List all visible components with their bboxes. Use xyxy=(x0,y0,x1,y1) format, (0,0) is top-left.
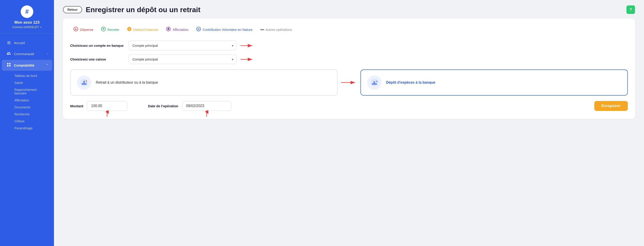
svg-rect-25 xyxy=(372,83,377,84)
depense-icon xyxy=(73,26,78,32)
date-input[interactable] xyxy=(182,101,232,111)
retrait-label: Retrait à un distributeur ou à la banque xyxy=(96,80,158,84)
op-card-retrait[interactable]: $ Retrait à un distributeur ou à la banq… xyxy=(70,70,338,96)
sidebar-navigation: ⊞ Accueil Communauté › Comptabilité ˅ Ta… xyxy=(0,34,54,246)
user-info[interactable]: Corinne DARDELET ▾ xyxy=(12,26,42,29)
autres-icon: ••• xyxy=(260,27,264,32)
sidebar-item-label: Comptabilité xyxy=(14,64,34,67)
caisse-arrow-indicator xyxy=(240,57,254,62)
date-label: Date de l'opération xyxy=(148,104,178,108)
sub-item-saisie[interactable]: Saisie xyxy=(12,80,52,86)
compte-banque-select-wrapper: Compte principal ▾ xyxy=(128,41,236,50)
svg-rect-2 xyxy=(7,65,8,66)
communaute-chevron-icon: › xyxy=(47,52,48,56)
caisse-row: Choisissez une caisse Compte principal ▾ xyxy=(70,54,628,64)
accueil-icon: ⊞ xyxy=(6,40,11,45)
compte-banque-row: Choisissez un compte en banque Compte pr… xyxy=(70,41,628,50)
sub-item-rapprochement-bancaire[interactable]: Rapprochement bancaire xyxy=(12,86,52,97)
montant-arrow-up xyxy=(104,110,110,118)
caisse-label: Choisissez une caisse xyxy=(70,57,128,61)
tab-depense[interactable]: Dépense xyxy=(70,25,96,34)
compte-arrow-indicator xyxy=(240,43,254,48)
tab-dettes-label: Dettes/Créances xyxy=(133,28,158,32)
tab-affectation-label: Affectation xyxy=(172,28,188,32)
sub-item-tableau-de-bord[interactable]: Tableau de bord xyxy=(12,72,52,79)
svg-rect-0 xyxy=(7,63,8,64)
retrait-icon: $ xyxy=(77,75,91,90)
sidebar-item-accueil[interactable]: ⊞ Accueil xyxy=(2,38,52,48)
depot-icon: $ xyxy=(367,75,382,90)
date-input-wrapper xyxy=(182,101,232,111)
svg-point-13 xyxy=(196,27,200,31)
logo-hash-symbol: # xyxy=(25,8,29,15)
sub-item-affectation[interactable]: Affectation xyxy=(12,97,52,104)
comptabilite-icon xyxy=(6,62,11,68)
svg-rect-1 xyxy=(9,63,10,64)
tab-depense-label: Dépense xyxy=(80,28,93,32)
user-chevron-icon: ▾ xyxy=(40,26,42,28)
sidebar-item-communaute[interactable]: Communauté › xyxy=(2,48,52,59)
sub-item-recherche[interactable]: Recherche xyxy=(12,111,52,118)
communaute-icon xyxy=(6,51,11,57)
compte-banque-select[interactable]: Compte principal xyxy=(128,41,236,50)
tab-dettes-creances[interactable]: $ Dettes/Créances xyxy=(124,25,162,34)
date-group: Date de l'opération xyxy=(148,101,231,111)
sidebar-item-label: Accueil xyxy=(14,41,25,45)
svg-rect-20 xyxy=(82,83,86,84)
tab-contribution-label: Contribution Volontaire en Nature xyxy=(202,28,252,32)
back-button[interactable]: Retour xyxy=(63,6,82,13)
sub-item-parametrage[interactable]: Paramétrage xyxy=(12,125,52,132)
caisse-select-wrapper: Compte principal ▾ xyxy=(128,54,236,64)
main-content: Retour Enregistrer un dépôt ou un retrai… xyxy=(54,0,644,246)
sidebar-item-comptabilite[interactable]: Comptabilité ˅ xyxy=(2,60,52,71)
tab-autres-label: Autres opérations xyxy=(266,28,292,32)
recette-icon xyxy=(101,26,106,32)
sidebar: # Mon asso 123 Corinne DARDELET ▾ ⊞ Accu… xyxy=(0,0,54,246)
sidebar-logo: # Mon asso 123 Corinne DARDELET ▾ xyxy=(0,0,54,34)
sub-item-cloture[interactable]: Clôture xyxy=(12,118,52,124)
logo-icon: # xyxy=(21,6,33,18)
page-title: Enregistrer un dépôt ou un retrait xyxy=(86,6,623,14)
dettes-creances-icon: $ xyxy=(127,26,132,32)
user-name: Corinne DARDELET xyxy=(12,26,39,29)
arrow-between-cards xyxy=(338,80,360,86)
contribution-icon xyxy=(196,26,201,32)
svg-text:$: $ xyxy=(84,80,85,83)
date-arrow-up xyxy=(204,110,209,118)
main-card: Dépense Recette $ Dettes/Créances Affect… xyxy=(63,18,635,119)
bottom-form-row: Montant Date de l'opération Enregis xyxy=(70,101,628,111)
page-header: Retour Enregistrer un dépôt ou un retrai… xyxy=(54,0,644,18)
operation-cards-row: $ Retrait à un distributeur ou à la banq… xyxy=(70,70,628,96)
svg-rect-3 xyxy=(9,65,10,66)
svg-text:$: $ xyxy=(128,28,130,30)
help-button[interactable]: ? xyxy=(626,6,635,14)
svg-point-12 xyxy=(168,28,170,30)
tab-contribution[interactable]: Contribution Volontaire en Nature xyxy=(193,25,256,34)
montant-input-wrapper xyxy=(87,101,127,111)
montant-input[interactable] xyxy=(87,101,127,111)
affectation-icon xyxy=(166,26,171,32)
caisse-select[interactable]: Compte principal xyxy=(128,54,236,64)
montant-label: Montant xyxy=(70,104,83,108)
depot-label: Dépôt d'espèces à la banque xyxy=(386,80,435,84)
sidebar-item-label: Communauté xyxy=(14,52,34,56)
op-card-depot[interactable]: $ Dépôt d'espèces à la banque xyxy=(360,70,628,96)
svg-text:$: $ xyxy=(374,80,375,83)
tab-recette-label: Recette xyxy=(108,28,119,32)
montant-group: Montant xyxy=(70,101,127,111)
sub-item-documents[interactable]: Documents xyxy=(12,104,52,111)
tab-recette[interactable]: Recette xyxy=(98,25,122,34)
tab-affectation[interactable]: Affectation xyxy=(163,25,192,34)
enregistrer-button[interactable]: Enregistrer xyxy=(594,101,628,111)
org-name: Mon asso 123 xyxy=(14,20,40,25)
comptabilite-chevron-icon: ˅ xyxy=(46,64,48,67)
operation-tabs: Dépense Recette $ Dettes/Créances Affect… xyxy=(70,25,628,34)
compte-banque-label: Choisissez un compte en banque xyxy=(70,44,128,48)
tab-autres[interactable]: ••• Autres opérations xyxy=(257,25,295,34)
comptabilite-subnav: Tableau de bord Saisie Rapprochement ban… xyxy=(0,71,54,133)
